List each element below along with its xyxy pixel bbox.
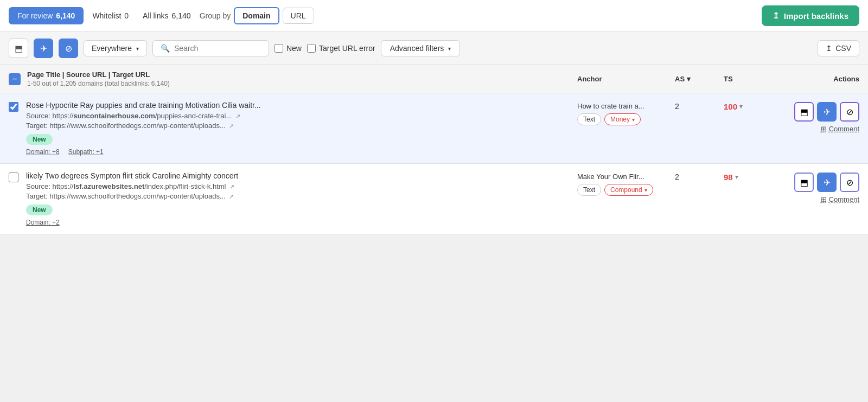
row-1-target: Target: https://www.schoolforthedogs.com… (26, 122, 577, 130)
top-bar-left: For review 6,140 Whitelist 0 All links 6… (9, 7, 314, 24)
table-row: Rose Hypocrite Ray puppies and crate tra… (0, 93, 868, 164)
advanced-filters-button[interactable]: Advanced filters ▾ (381, 40, 461, 56)
row-1-source-prefix: https:// (52, 112, 73, 120)
compound-tag-arrow[interactable]: ▾ (644, 187, 647, 193)
row-1-actions: ⬒ ✈ ⊘ ⊞ Comment (773, 101, 859, 133)
tab-all-links-count: 6,140 (172, 11, 191, 20)
row-2-send-button[interactable]: ✈ (817, 173, 837, 192)
row-2-as-value: 2 (675, 171, 724, 181)
row-2-ts-cell: 98 ▾ (724, 171, 773, 182)
collapse-button[interactable]: − (9, 73, 21, 85)
row-1-action-icons: ⬒ ✈ ⊘ (794, 102, 859, 122)
row-2-comment-button[interactable]: ⊞ Comment (821, 195, 859, 203)
block-icon-button[interactable]: ⊘ (59, 39, 78, 58)
target-url-error-label[interactable]: Target URL error (307, 44, 375, 53)
row-1-as-value: 2 (675, 101, 724, 111)
external-link-icon[interactable]: ↗ (229, 123, 234, 129)
row-2-anchor-tags: Text Compound ▾ (577, 184, 675, 196)
row-2-target-url: https://www.schoolforthedogs.com/wp-cont… (49, 192, 225, 200)
row-1-comment-label: Comment (829, 125, 859, 133)
tab-all-links[interactable]: All links 6,140 (137, 8, 196, 23)
import-backlinks-button[interactable]: ↥ Import backlinks (762, 5, 859, 26)
new-checkbox[interactable] (275, 44, 283, 53)
row-1-anchor-tags: Text Money ▾ (577, 113, 675, 125)
row-1-block-button[interactable]: ⊘ (840, 102, 859, 122)
target-url-error-text: Target URL error (319, 44, 375, 53)
comment-plus-icon: ⊞ (821, 125, 827, 133)
tab-for-review[interactable]: For review 6,140 (9, 7, 84, 24)
ts-dropdown-icon[interactable]: ▾ (735, 174, 738, 181)
comment-plus-icon: ⊞ (821, 195, 827, 203)
new-label: New (286, 44, 302, 53)
header-page-title: Page Title | Source URL | Target URL (27, 71, 577, 79)
row-2-checkbox[interactable] (9, 173, 18, 182)
row-1-ts-cell: 100 ▾ (724, 101, 773, 111)
advanced-filters-label: Advanced filters (390, 44, 444, 53)
search-input[interactable] (174, 44, 261, 53)
row-1-send-button[interactable]: ✈ (817, 102, 837, 122)
row-1-meta: Domain: +8 Subpath: +1 (26, 148, 577, 156)
row-1-anchor-text: How to crate train a... (577, 102, 675, 110)
row-2-main: likely Two degrees Sympton flirt stick C… (26, 171, 577, 226)
send-icon: ✈ (824, 177, 831, 188)
row-2-comment-label: Comment (829, 195, 859, 203)
ts-dropdown-icon[interactable]: ▾ (739, 103, 743, 110)
header-anchor: Anchor (577, 75, 675, 83)
row-1-checkbox[interactable] (9, 102, 18, 112)
row-2-source-label: Source: (26, 182, 52, 190)
external-link-icon[interactable]: ↗ (235, 113, 240, 119)
row-1-tag-text: Text (577, 113, 601, 125)
row-1-tag-money[interactable]: Money ▾ (604, 113, 641, 125)
row-2-block-button[interactable]: ⊘ (840, 173, 859, 192)
new-checkbox-label[interactable]: New (275, 44, 302, 53)
money-tag-arrow[interactable]: ▾ (632, 117, 635, 123)
row-2-copy-button[interactable]: ⬒ (794, 173, 814, 192)
row-1-source-label: Source: (26, 112, 52, 120)
row-2-source-path: /index.php/flirt-stick-k.html (144, 182, 226, 190)
block-icon: ⊘ (65, 43, 72, 54)
top-bar: For review 6,140 Whitelist 0 All links 6… (0, 0, 868, 32)
csv-export-button[interactable]: ↥ CSV (818, 40, 859, 56)
table-row: likely Two degrees Sympton flirt stick C… (0, 164, 868, 234)
row-2-source: Source: https://lsf.azurewebsites.net/in… (26, 182, 577, 190)
row-1-domain-meta[interactable]: Domain: +8 (26, 148, 60, 156)
table-header: − Page Title | Source URL | Target URL 1… (0, 65, 868, 93)
send-icon: ✈ (824, 107, 831, 117)
row-2-actions: ⬒ ✈ ⊘ ⊞ Comment (773, 171, 859, 203)
tab-all-links-label: All links (143, 11, 168, 20)
header-as[interactable]: AS ▾ (675, 75, 724, 83)
tab-for-review-label: For review (17, 11, 53, 20)
tab-whitelist[interactable]: Whitelist 0 (87, 8, 134, 23)
send-icon: ✈ (40, 43, 47, 54)
search-icon: 🔍 (161, 44, 170, 53)
chevron-down-icon: ▾ (136, 46, 139, 52)
send-icon-button[interactable]: ✈ (34, 39, 53, 58)
row-1-anchor-cell: How to crate train a... Text Money ▾ (577, 101, 675, 125)
external-link-icon[interactable]: ↗ (229, 193, 234, 200)
block-icon: ⊘ (846, 177, 853, 188)
row-1-comment-button[interactable]: ⊞ Comment (821, 125, 859, 133)
row-2-tag-text: Text (577, 184, 601, 196)
tab-whitelist-count: 0 (124, 11, 129, 20)
row-1-source: Source: https://suncontainerhouse.com/pu… (26, 112, 577, 120)
tab-for-review-count: 6,140 (56, 11, 75, 20)
row-1-ts-value: 100 ▾ (724, 102, 773, 111)
import-icon: ↥ (773, 11, 780, 21)
export-icon-button[interactable]: ⬒ (9, 39, 28, 58)
row-2-source-domain: lsf.azurewebsites.net (73, 182, 144, 190)
row-2-domain-meta[interactable]: Domain: +2 (26, 219, 60, 226)
row-1-source-path: /puppies-and-crate-trai... (155, 112, 232, 120)
external-link-icon[interactable]: ↗ (229, 183, 234, 190)
row-1-copy-button[interactable]: ⬒ (794, 102, 814, 122)
target-url-error-checkbox[interactable] (307, 44, 316, 53)
row-1-subpath-meta[interactable]: Subpath: +1 (68, 148, 104, 156)
everywhere-dropdown[interactable]: Everywhere ▾ (84, 40, 147, 56)
row-2-anchor-cell: Make Your Own Flir... Text Compound ▾ (577, 171, 675, 196)
group-url-button[interactable]: URL (283, 8, 314, 24)
row-1-new-badge: New (26, 134, 53, 145)
row-2-tag-compound[interactable]: Compound ▾ (604, 184, 653, 196)
group-domain-button[interactable]: Domain (234, 7, 279, 24)
header-subtitle: 1-50 out of 1,205 domains (total backlin… (27, 80, 577, 87)
row-1-target-label: Target: (26, 122, 49, 130)
row-1-target-url: https://www.schoolforthedogs.com/wp-cont… (49, 122, 225, 130)
